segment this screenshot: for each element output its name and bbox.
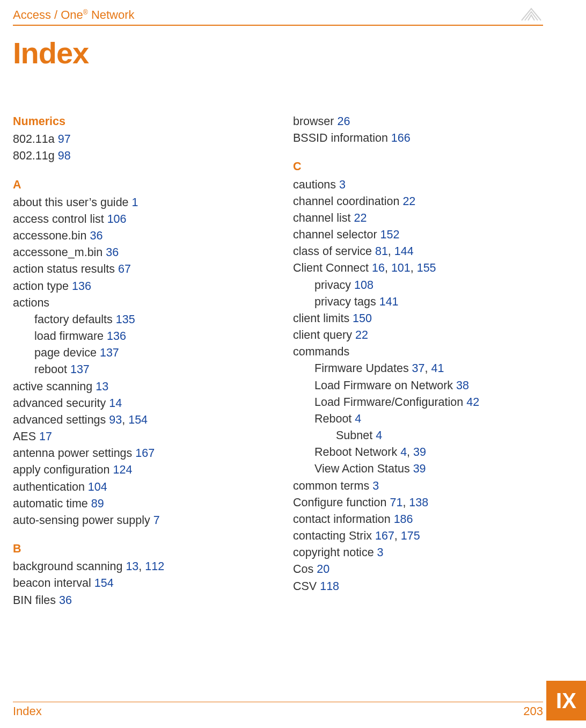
index-entry-text: Client Connect — [293, 261, 372, 274]
index-column-left: Numerics802.11a 97802.11g 98Aabout this … — [13, 113, 263, 609]
index-page-link[interactable]: 71 — [390, 496, 402, 509]
index-page-link[interactable]: 3 — [377, 546, 384, 559]
index-page-link[interactable]: 154 — [128, 413, 148, 426]
index-page-link[interactable]: 137 — [70, 363, 90, 376]
index-page-link[interactable]: 22 — [402, 195, 415, 208]
index-entry-text: active scanning — [13, 380, 96, 393]
header-title-suffix: Network — [88, 8, 135, 21]
index-page-link[interactable]: 14 — [109, 397, 122, 410]
index-entry: BSSID information 166 — [293, 130, 543, 147]
index-entry-text: CSV — [293, 580, 320, 593]
index-entry: Configure function 71, 138 — [293, 494, 543, 511]
index-page-link[interactable]: 137 — [100, 346, 119, 359]
index-page-link[interactable]: 167 — [135, 447, 155, 460]
index-page-link[interactable]: 175 — [401, 529, 420, 542]
index-page-link[interactable]: 3 — [372, 479, 379, 492]
index-entry-text: automatic time — [13, 497, 91, 510]
index-entry: actions — [13, 295, 263, 311]
index-entry: authentication 104 — [13, 479, 263, 496]
index-entry-text: about this user’s guide — [13, 196, 132, 209]
index-page-link[interactable]: 39 — [413, 462, 426, 475]
index-page-link[interactable]: 17 — [39, 430, 52, 443]
page-title: Index — [13, 35, 543, 70]
index-page-link[interactable]: 101 — [391, 261, 411, 274]
index-entry: access control list 106 — [13, 211, 263, 228]
index-entry-text: background scanning — [13, 560, 126, 573]
index-entry: Reboot Network 4, 39 — [293, 444, 543, 461]
index-entry-text: Load Firmware/Configuration — [314, 396, 466, 409]
index-page-link[interactable]: 37 — [412, 362, 425, 375]
index-page-link[interactable]: 141 — [379, 295, 399, 308]
index-entry: advanced security 14 — [13, 395, 263, 412]
index-entry: Load Firmware on Network 38 — [293, 377, 543, 394]
index-page-link[interactable]: 16 — [372, 261, 385, 274]
index-page-link[interactable]: 98 — [58, 149, 71, 162]
index-page-link[interactable]: 13 — [126, 560, 138, 573]
index-entry-text: authentication — [13, 481, 88, 493]
index-entry-text: channel list — [293, 212, 354, 224]
index-page-link[interactable]: 150 — [353, 312, 372, 325]
index-entry-text: class of service — [293, 245, 375, 258]
index-page-link[interactable]: 154 — [94, 577, 114, 589]
index-entry-text: commands — [293, 345, 349, 358]
index-entry: Client Connect 16, 101, 155 — [293, 260, 543, 276]
index-page-link[interactable]: 144 — [394, 245, 414, 258]
index-entry: privacy tags 141 — [293, 294, 543, 310]
index-entry-text: common terms — [293, 479, 372, 492]
index-page-link[interactable]: 41 — [431, 362, 444, 375]
brand-logo-icon — [519, 6, 543, 24]
index-page-link[interactable]: 135 — [116, 313, 135, 326]
index-page-link[interactable]: 36 — [59, 594, 72, 607]
index-page-link[interactable]: 108 — [354, 279, 373, 292]
index-page-link[interactable]: 124 — [113, 463, 132, 476]
index-page-link[interactable]: 38 — [456, 379, 469, 392]
index-page-link[interactable]: 42 — [466, 396, 479, 409]
index-page-link[interactable]: 152 — [380, 228, 400, 241]
index-page-link[interactable]: 36 — [106, 246, 119, 259]
index-page-link[interactable]: 22 — [355, 329, 368, 341]
index-page-link[interactable]: 166 — [391, 132, 411, 144]
index-page-link[interactable]: 39 — [413, 446, 426, 458]
index-entry: accessone.bin 36 — [13, 228, 263, 244]
index-page-link[interactable]: 1 — [132, 196, 138, 209]
index-page-link[interactable]: 4 — [400, 446, 407, 458]
index-page-link[interactable]: 97 — [58, 133, 71, 145]
index-entry: automatic time 89 — [13, 496, 263, 512]
index-page-link[interactable]: 4 — [376, 429, 382, 442]
index-page-link[interactable]: 155 — [417, 261, 436, 274]
index-page-link[interactable]: 118 — [320, 580, 339, 593]
index-entry: action status results 67 — [13, 261, 263, 278]
index-page-link[interactable]: 136 — [107, 330, 126, 343]
index-page-link[interactable]: 22 — [354, 212, 367, 224]
index-entry: cautions 3 — [293, 177, 543, 193]
index-entry-text: load firmware — [34, 330, 107, 343]
index-page-link[interactable]: 4 — [355, 412, 361, 425]
footer-page-number: 203 — [523, 704, 543, 718]
index-entry-text: antenna power settings — [13, 447, 135, 460]
index-page-link[interactable]: 7 — [153, 514, 160, 527]
index-page-link[interactable]: 93 — [109, 413, 122, 426]
index-entry: Firmware Updates 37, 41 — [293, 360, 543, 377]
index-page-link[interactable]: 89 — [91, 497, 104, 510]
index-page-link[interactable]: 13 — [96, 380, 108, 393]
index-page-link[interactable]: 26 — [337, 115, 350, 128]
index-page-link[interactable]: 36 — [90, 229, 102, 242]
header-title-prefix: Access / One — [13, 8, 83, 21]
index-section-heading: A — [13, 177, 263, 193]
index-page-separator: , — [388, 245, 394, 258]
index-page-link[interactable]: 20 — [317, 563, 329, 576]
index-entry: auto-sensing power supply 7 — [13, 512, 263, 529]
index-page-link[interactable]: 167 — [375, 529, 394, 542]
registered-mark: ® — [83, 9, 88, 16]
index-page-link[interactable]: 136 — [72, 280, 91, 293]
page-footer: Index 203 — [13, 702, 543, 718]
index-page-link[interactable]: 186 — [394, 513, 413, 526]
index-page-link[interactable]: 112 — [145, 560, 164, 573]
index-page-link[interactable]: 104 — [88, 481, 107, 493]
index-page-link[interactable]: 3 — [339, 178, 346, 191]
index-columns: Numerics802.11a 97802.11g 98Aabout this … — [13, 113, 543, 609]
index-page-link[interactable]: 81 — [375, 245, 388, 258]
index-page-link[interactable]: 106 — [107, 213, 127, 225]
index-page-link[interactable]: 138 — [409, 496, 428, 509]
index-page-link[interactable]: 67 — [118, 263, 131, 275]
